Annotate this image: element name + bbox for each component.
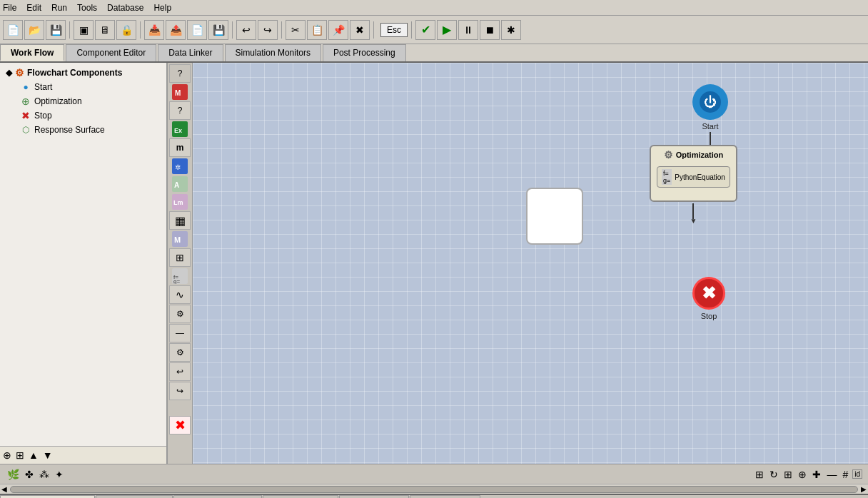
icon-cw[interactable]: ↪	[169, 382, 191, 400]
refresh-icon[interactable]: ↻	[768, 468, 779, 481]
btab-external-error[interactable]: External Error	[339, 495, 409, 498]
tree-item-optimization[interactable]: ⊕ Optimization	[17, 94, 163, 108]
sb-icon-down[interactable]: ▼	[43, 449, 53, 461]
grid-icon[interactable]: ⊞	[782, 468, 794, 481]
pause-button[interactable]: ⏸	[458, 20, 478, 40]
stop-label: Stop	[701, 312, 717, 320]
sb-icon-up[interactable]: ▲	[29, 449, 39, 461]
icon-curve[interactable]: ∿	[169, 285, 191, 304]
copy-button[interactable]: 📋	[307, 20, 327, 40]
tree-item-start[interactable]: ● Start	[17, 80, 163, 94]
icon-ccw[interactable]: ↩	[169, 362, 191, 381]
esc-button[interactable]: Esc	[380, 23, 408, 37]
redo-button[interactable]: ↪	[258, 20, 278, 40]
monitor-button[interactable]: 🖥	[95, 20, 115, 40]
paste-button[interactable]: 📌	[328, 20, 348, 40]
start-node[interactable]: ⏻ Start ▼	[692, 84, 728, 148]
canvas[interactable]: ⬡ Re... ⏻ Start ▼ ⚙ Optimization	[193, 63, 868, 464]
icon-gear[interactable]: ⚙	[169, 305, 191, 323]
add-icon[interactable]: ✚	[811, 468, 822, 481]
sidebar: ◆ ⚙ Flowchart Components ● Start ⊕ Optim…	[0, 63, 168, 464]
minus-icon[interactable]: —	[825, 468, 838, 481]
icon-grid2[interactable]: ⊞	[169, 248, 191, 267]
btab-warning-messages[interactable]: Warning Messages	[173, 495, 262, 498]
export-button[interactable]: 📤	[166, 20, 186, 40]
lm-icon[interactable]: Lm	[170, 193, 190, 210]
icon-toolbar: ? M ? Ex m ✲ A Lm ▦ M ⊞ f=g= ∿ ⚙ — ⚙ ↩ ↪	[168, 63, 193, 464]
icon-help[interactable]: ?	[169, 64, 191, 83]
tab-data-linker[interactable]: Data Linker	[158, 44, 223, 61]
tree-root[interactable]: ◆ ⚙ Flowchart Components	[3, 66, 163, 80]
icon-minus[interactable]: —	[169, 324, 191, 342]
m-icon[interactable]: M	[170, 230, 190, 248]
menu-tools[interactable]: Tools	[77, 3, 97, 13]
tab-component-editor[interactable]: Component Editor	[66, 44, 156, 61]
stop-button[interactable]: ⏹	[480, 20, 500, 40]
response-surface-node[interactable]: ⬡ Re...	[542, 188, 567, 199]
plant-icon-3[interactable]: ⁂	[38, 468, 51, 481]
arrow-icon[interactable]: A	[170, 176, 190, 193]
tree-item-response[interactable]: ⬡ Response Surface	[17, 123, 163, 137]
hscroll[interactable]: ◀ ▶	[0, 484, 868, 494]
left-bottom-icons: 🌿 ✤ ⁂ ✦	[6, 468, 65, 481]
func-icon[interactable]: f=g=	[170, 268, 190, 285]
btab-standard-messages[interactable]: Standard Messages	[0, 495, 95, 498]
save2-button[interactable]: 💾	[208, 20, 228, 40]
sb-icon-2[interactable]: ⊞	[16, 449, 24, 461]
menu-help[interactable]: Help	[153, 3, 171, 13]
menu-run[interactable]: Run	[51, 3, 67, 13]
update-button[interactable]: ✱	[501, 20, 521, 40]
open-button[interactable]: 📂	[24, 20, 44, 40]
optimization-title: Optimization	[676, 151, 724, 159]
btab-external-output[interactable]: External Output	[263, 495, 338, 498]
icon-question2[interactable]: ?	[169, 101, 191, 120]
stop-node[interactable]: ✖ Stop	[692, 277, 725, 320]
stop-circle[interactable]: ✖	[692, 277, 725, 310]
check-button[interactable]: ✔	[415, 20, 435, 40]
plant-icon-2[interactable]: ✤	[24, 468, 35, 481]
menu-edit[interactable]: Edit	[26, 3, 41, 13]
matlab-icon[interactable]: M	[170, 83, 190, 101]
new-button[interactable]: 📄	[3, 20, 23, 40]
plant-icon-1[interactable]: 🌿	[6, 468, 21, 481]
svg-text:Lm: Lm	[173, 199, 183, 206]
hash-icon[interactable]: #	[841, 468, 849, 481]
svg-text:A: A	[174, 181, 179, 189]
id-icon[interactable]: id	[852, 469, 862, 479]
hscroll-track[interactable]	[10, 486, 858, 493]
run-button[interactable]: ▶	[437, 20, 457, 40]
scroll-left-icon[interactable]: ◀	[1, 485, 7, 493]
tab-simulation-monitors[interactable]: Simulation Monitors	[225, 44, 321, 61]
menu-file[interactable]: File	[3, 3, 16, 13]
btab-view-monitors[interactable]: View Monitors	[410, 495, 480, 498]
btab-error-messages[interactable]: Error Messages	[96, 495, 173, 498]
snowflake-icon[interactable]: ✲	[170, 158, 190, 175]
delete-button[interactable]: ✖	[350, 20, 370, 40]
new2-button[interactable]: 📄	[187, 20, 207, 40]
fit-icon[interactable]: ⊞	[754, 468, 765, 481]
cut-button[interactable]: ✂	[286, 20, 306, 40]
tab-workflow[interactable]: Work Flow	[0, 44, 64, 61]
import-button[interactable]: 📥	[144, 20, 164, 40]
icon-error[interactable]: ✖	[169, 416, 191, 435]
save-button[interactable]: 💾	[46, 20, 66, 40]
sb-icon-1[interactable]: ⊕	[3, 449, 11, 461]
response-surface-box[interactable]	[526, 188, 583, 245]
tab-post-processing[interactable]: Post Processing	[323, 44, 406, 61]
icon-m[interactable]: m	[169, 138, 191, 157]
excel-icon[interactable]: Ex	[170, 121, 190, 138]
menu-database[interactable]: Database	[107, 3, 143, 13]
undo-button[interactable]: ↩	[236, 20, 256, 40]
lock-button[interactable]: 🔒	[116, 20, 136, 40]
plant-icon-4[interactable]: ✦	[54, 468, 65, 481]
window-button[interactable]: ▣	[74, 20, 94, 40]
optimization-box[interactable]: ⚙ Optimization f=g= PythonEquation	[650, 145, 737, 202]
tree-item-stop[interactable]: ✖ Stop	[17, 108, 163, 123]
icon-gear2[interactable]: ⚙	[169, 343, 191, 362]
scroll-right-icon[interactable]: ▶	[861, 485, 867, 493]
center-icon[interactable]: ⊕	[797, 468, 808, 481]
icon-grid[interactable]: ▦	[169, 211, 191, 230]
optimization-node[interactable]: ⚙ Optimization f=g= PythonEquation ▼	[650, 145, 737, 219]
python-equation-node[interactable]: f=g= PythonEquation	[657, 166, 730, 188]
start-circle[interactable]: ⏻	[692, 84, 728, 120]
